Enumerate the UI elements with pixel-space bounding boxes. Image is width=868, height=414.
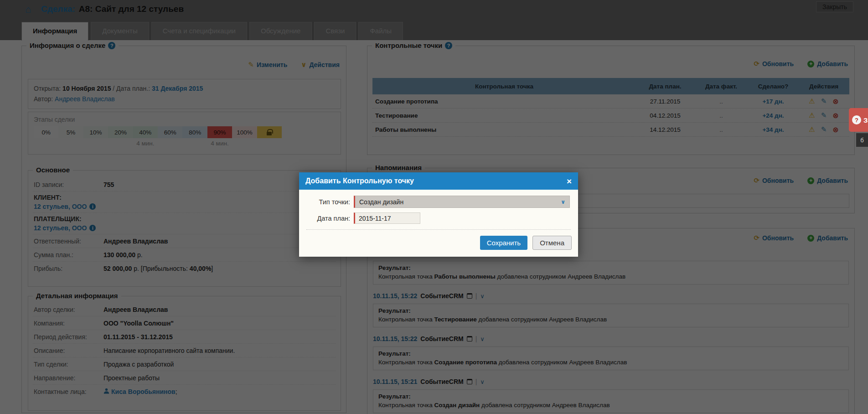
modal-titlebar: Добавить Контрольную точку × (299, 172, 578, 190)
save-button[interactable]: Сохранить (480, 236, 528, 250)
question-icon: ? (852, 115, 861, 124)
feedback-tab-label: З (863, 116, 868, 124)
modal-title: Добавить Контрольную точку (305, 177, 414, 185)
date-field-row: Дата план: (306, 212, 571, 224)
chevron-down-icon: ∨ (561, 199, 565, 205)
plan-date-input[interactable] (354, 212, 420, 224)
modal-body: Тип точки: Создан дизайн ∨ Дата план: (299, 190, 578, 230)
selected-option: Создан дизайн (359, 198, 403, 206)
add-checkpoint-modal: Добавить Контрольную точку × Тип точки: … (299, 172, 578, 257)
modal-footer: Сохранить Отмена (299, 230, 578, 257)
side-badge-label: б (860, 137, 863, 144)
feedback-tab[interactable]: ? З (849, 108, 868, 132)
type-field-label: Тип точки: (306, 198, 350, 206)
cancel-button[interactable]: Отмена (532, 236, 572, 250)
date-field-label: Дата план: (306, 215, 350, 222)
side-badge[interactable]: б (856, 133, 868, 147)
type-field-row: Тип точки: Создан дизайн ∨ (306, 196, 571, 208)
close-icon[interactable]: × (567, 177, 572, 186)
checkpoint-type-select[interactable]: Создан дизайн ∨ (354, 196, 570, 208)
